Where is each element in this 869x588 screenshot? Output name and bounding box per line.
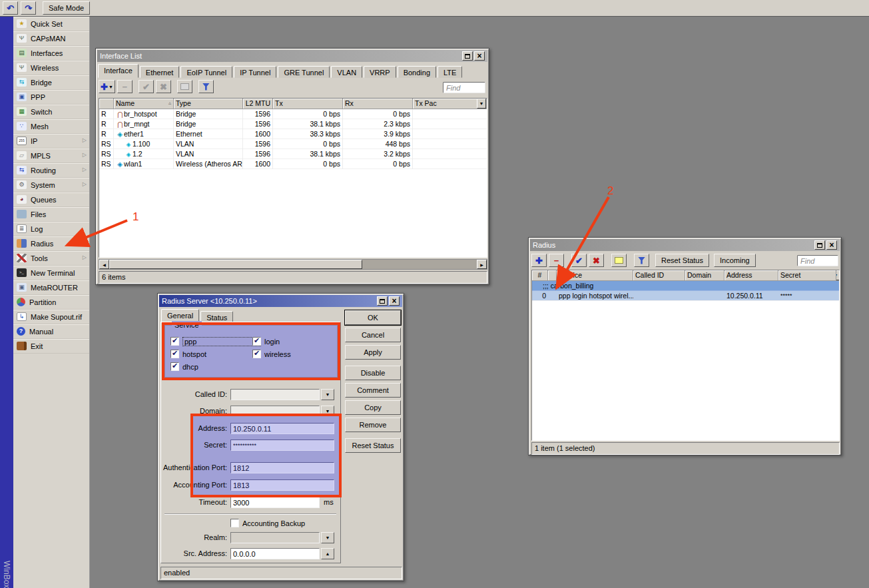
column-tx[interactable]: Tx [273, 99, 343, 109]
find-input[interactable] [443, 82, 485, 93]
tab-interface[interactable]: Interface [98, 64, 139, 78]
disable-button[interactable]: ✖ [589, 254, 604, 267]
authentication-port-input[interactable] [230, 462, 334, 473]
sidebar-item-switch[interactable]: Switch [13, 105, 89, 119]
hotspot-checkbox[interactable] [170, 350, 179, 358]
table-row[interactable]: RS 1.2 VLAN 1596 38.1 kbps 3.2 kbps [99, 149, 487, 159]
sidebar-item-quick-set[interactable]: Quick Set [13, 17, 89, 31]
sidebar-item-ppp[interactable]: PPP [13, 90, 89, 105]
tab-vrrp[interactable]: VRRP [364, 66, 396, 78]
remove-button[interactable]: − [549, 254, 564, 267]
add-button[interactable]: ✚▼ [99, 80, 115, 93]
column-number[interactable]: # [532, 270, 548, 281]
cancel-button[interactable]: Cancel [345, 328, 401, 342]
tab-eoip-tunnel[interactable]: EoIP Tunnel [180, 66, 232, 78]
close-button[interactable]: × [474, 51, 485, 61]
comment-button[interactable]: Comment [345, 383, 401, 398]
comment-button[interactable] [611, 254, 627, 267]
sidebar-item-exit[interactable]: Exit [13, 339, 89, 354]
column-domain[interactable]: Domain [685, 270, 724, 281]
called-id-input[interactable] [230, 389, 320, 400]
sidebar-item-new-terminal[interactable]: New Terminal [13, 266, 89, 280]
sidebar-item-queues[interactable]: Queues [13, 192, 89, 207]
tab-vlan[interactable]: VLAN [331, 66, 362, 78]
column-name[interactable]: Name▵ [114, 99, 174, 109]
column-address[interactable]: Address [724, 270, 778, 281]
filter-button[interactable] [634, 254, 649, 267]
tab-ip-tunnel[interactable]: IP Tunnel [234, 66, 276, 78]
accounting-backup-checkbox[interactable] [230, 519, 239, 527]
reset-status-button[interactable]: Reset Status [655, 254, 709, 267]
domain-input[interactable] [230, 406, 320, 417]
remove-button[interactable]: Remove [345, 418, 401, 432]
column-selector-button[interactable]: ▼ [477, 99, 486, 109]
tab-bonding[interactable]: Bonding [398, 66, 436, 78]
find-input[interactable] [797, 255, 838, 266]
radius-window-titlebar[interactable]: Radius × [530, 239, 840, 251]
column-service[interactable]: Service [557, 270, 633, 281]
filter-button[interactable] [198, 80, 214, 93]
column-flags[interactable] [99, 99, 114, 109]
sidebar-item-mesh[interactable]: Mesh [13, 119, 89, 134]
sidebar-item-metarouter[interactable]: MetaROUTER [13, 280, 89, 295]
tab-ethernet[interactable]: Ethernet [140, 66, 180, 78]
sidebar-item-partition[interactable]: Partition [13, 295, 89, 310]
src-address-input[interactable] [230, 548, 320, 559]
add-button[interactable]: ✚ [531, 254, 547, 267]
maximize-button[interactable] [377, 296, 388, 306]
column-l2mtu[interactable]: L2 MTU [243, 99, 273, 109]
address-input[interactable] [230, 423, 334, 434]
incoming-button[interactable]: Incoming [714, 254, 756, 267]
accounting-port-input[interactable] [230, 479, 334, 491]
remove-button[interactable]: − [117, 80, 133, 93]
reset-status-button[interactable]: Reset Status [345, 438, 401, 453]
redo-button[interactable]: ↷ [21, 1, 36, 15]
sidebar-item-wireless[interactable]: Wireless [13, 61, 89, 75]
safe-mode-button[interactable]: Safe Mode [43, 1, 90, 15]
column-rx[interactable]: Rx [343, 99, 413, 109]
column-flags[interactable] [548, 270, 557, 281]
maximize-button[interactable] [814, 240, 825, 250]
radius-comment-row[interactable]: ;;; carbon_billing [532, 281, 839, 291]
sidebar-item-make-supout[interactable]: Make Supout.rif [13, 310, 89, 324]
tab-lte[interactable]: LTE [437, 66, 462, 78]
timeout-input[interactable] [230, 497, 320, 508]
close-button[interactable]: × [389, 296, 400, 306]
radius-server-titlebar[interactable]: Radius Server <10.250.0.11> × [159, 295, 402, 307]
sidebar-item-log[interactable]: Log [13, 222, 89, 236]
interface-list-titlebar[interactable]: Interface List × [97, 50, 487, 62]
sidebar-item-radius[interactable]: Radius [13, 236, 89, 251]
horizontal-scrollbar[interactable]: ◀ ▶ [99, 259, 487, 270]
tab-gre-tunnel[interactable]: GRE Tunnel [278, 66, 330, 78]
sidebar-item-mpls[interactable]: MPLS [13, 148, 89, 163]
apply-button[interactable]: Apply [345, 345, 401, 360]
sidebar-item-capsman[interactable]: CAPsMAN [13, 31, 89, 46]
column-called-id[interactable]: Called ID [633, 270, 685, 281]
domain-dropdown-button[interactable]: ▼ [321, 406, 334, 417]
realm-input[interactable] [230, 532, 320, 543]
column-selector-button[interactable]: ▼ [836, 270, 840, 280]
sidebar-item-manual[interactable]: Manual [13, 324, 89, 339]
scrollbar-track[interactable] [362, 260, 477, 269]
copy-button[interactable]: Copy [345, 400, 401, 415]
src-address-up-button[interactable]: ▲ [321, 548, 334, 559]
sidebar-item-tools[interactable]: Tools [13, 251, 89, 266]
sidebar-item-bridge[interactable]: Bridge [13, 75, 89, 90]
close-button[interactable]: × [826, 240, 837, 250]
realm-dropdown-button[interactable]: ▼ [321, 532, 334, 543]
dhcp-checkbox[interactable] [170, 362, 179, 371]
ppp-checkbox[interactable] [170, 337, 179, 346]
disable-button[interactable]: Disable [345, 366, 401, 380]
disable-button[interactable]: ✖ [156, 80, 171, 93]
login-checkbox[interactable] [252, 337, 261, 346]
ok-button[interactable]: OK [345, 310, 401, 325]
table-row[interactable]: RS 1.100 VLAN 1596 0 bps 448 bps [99, 139, 487, 149]
undo-button[interactable]: ↶ [3, 1, 18, 15]
enable-button[interactable]: ✔ [139, 80, 154, 93]
called-id-dropdown-button[interactable]: ▼ [321, 389, 334, 400]
table-row[interactable]: RS wlan1 Wireless (Atheros AR9... 1600 0… [99, 159, 487, 169]
table-row[interactable]: R br_mngt Bridge 1596 38.1 kbps 2.3 kbps [99, 119, 487, 129]
sidebar-item-system[interactable]: System [13, 178, 89, 192]
sidebar-item-routing[interactable]: Routing [13, 163, 89, 178]
radius-entry-row[interactable]: 0 ppp login hotspot wirel... 10.250.0.11… [532, 291, 839, 301]
